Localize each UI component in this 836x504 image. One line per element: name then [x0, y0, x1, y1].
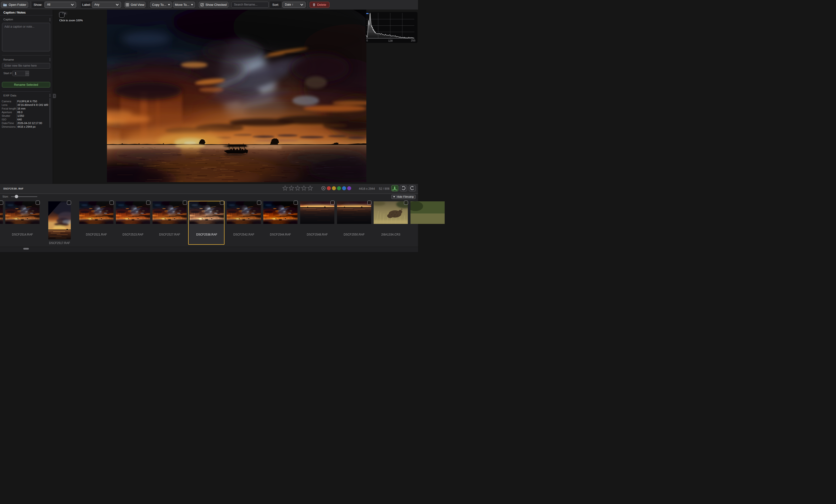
svg-text:255: 255 — [411, 39, 415, 42]
svg-text:128: 128 — [388, 39, 393, 42]
svg-text:0: 0 — [366, 39, 368, 42]
